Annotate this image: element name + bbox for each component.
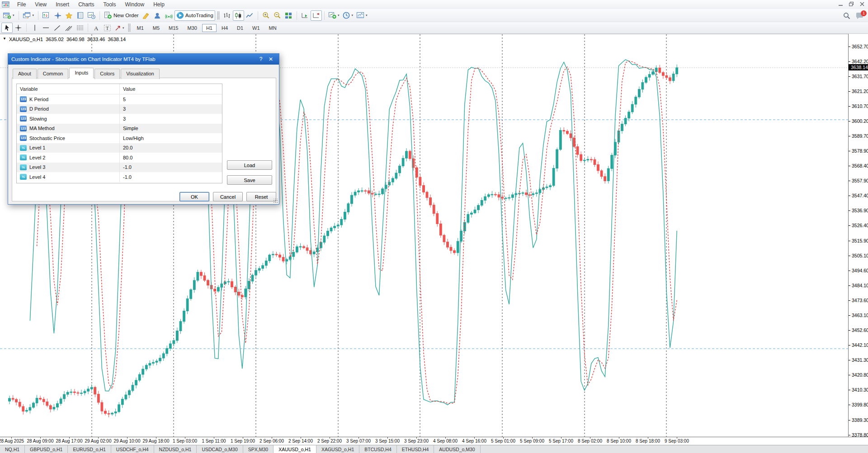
dialog-tab-about[interactable]: About [13, 69, 37, 79]
chat-icon[interactable]: 1 [856, 13, 863, 20]
periods-button[interactable]: ▾ [341, 10, 355, 21]
text-label-button[interactable]: T [102, 23, 113, 33]
input-value[interactable]: 80.0 [119, 153, 222, 163]
input-value[interactable]: 5 [119, 94, 222, 104]
menu-window[interactable]: Window [121, 0, 149, 9]
input-row-level-1[interactable]: ½Level 120.0 [17, 143, 222, 153]
chart-tab-eurusd-o-h1[interactable]: EURUSD_o,H1 [68, 445, 111, 453]
zoom-out-button[interactable] [272, 10, 283, 21]
menu-tools[interactable]: Tools [99, 0, 121, 9]
input-row-k-period[interactable]: 123K Period5 [17, 94, 222, 104]
menu-insert[interactable]: Insert [51, 0, 74, 9]
menu-view[interactable]: View [30, 0, 51, 9]
restore-button[interactable] [849, 2, 854, 8]
timeframe-m5[interactable]: M5 [149, 24, 164, 32]
price-axis[interactable]: 3638.14 3652.703642.203631.703621.203610… [848, 34, 868, 437]
dialog-tab-common[interactable]: Common [38, 69, 69, 79]
chart-tab-usdcad-o-m30[interactable]: USDCAD_o,M30 [197, 445, 243, 453]
chart-tab-nq-h1[interactable]: NQ,H1 [0, 445, 25, 453]
input-row-stochastic-price[interactable]: 123Stochastic PriceLow/High [17, 133, 222, 143]
input-row-level-2[interactable]: ½Level 280.0 [17, 153, 222, 163]
arrows-button[interactable]: ▾ [113, 23, 126, 33]
menu-charts[interactable]: Charts [74, 0, 99, 9]
load-button[interactable]: Load [227, 160, 272, 170]
input-value[interactable]: -1.0 [119, 172, 222, 182]
terminal-button[interactable] [75, 10, 86, 21]
dialog-resize-grip[interactable] [274, 199, 278, 203]
autotrading-button[interactable]: AutoTrading [175, 10, 215, 21]
timeframe-m15[interactable]: M15 [165, 24, 182, 32]
input-row-level-3[interactable]: ½Level 3-1.0 [17, 163, 222, 173]
chart-tab-ethusd-h4[interactable]: ETHUSD,H4 [397, 445, 434, 453]
menu-file[interactable]: File [13, 0, 30, 9]
dialog-tab-visualization[interactable]: Visualization [121, 69, 160, 79]
menu-help[interactable]: Help [149, 0, 169, 9]
input-value[interactable]: 3 [119, 104, 222, 114]
community-button[interactable] [152, 10, 163, 21]
chart-tab-nzdusd-o-h1[interactable]: NZDUSD_o,H1 [154, 445, 197, 453]
input-row-d-period[interactable]: 123D Period3 [17, 104, 222, 114]
fibonacci-button[interactable] [74, 23, 85, 33]
chart-tab-xagusd-o-h1[interactable]: XAGUSD_o,H1 [316, 445, 359, 453]
timeframe-m1[interactable]: M1 [133, 24, 148, 32]
close-icon[interactable] [860, 2, 864, 8]
strategy-tester-button[interactable] [86, 10, 97, 21]
ok-button[interactable]: OK [179, 192, 209, 201]
collapse-arrow-icon[interactable]: ▼ [3, 37, 6, 42]
horizontal-line-button[interactable] [40, 23, 52, 33]
input-value[interactable]: Low/High [119, 133, 222, 143]
input-value[interactable]: 20.0 [119, 143, 222, 153]
data-window-button[interactable] [52, 10, 63, 21]
input-value[interactable]: 3 [119, 114, 222, 124]
timeframe-h4[interactable]: H4 [217, 24, 232, 32]
reset-button[interactable]: Reset [246, 192, 276, 201]
dialog-tab-colors[interactable]: Colors [94, 69, 120, 79]
dialog-tab-inputs[interactable]: Inputs [69, 68, 94, 78]
equidistant-channel-button[interactable] [63, 23, 74, 33]
chart-tab-usdchf-o-h4[interactable]: USDCHF_o,H4 [111, 445, 154, 453]
crosshair-button[interactable] [13, 23, 24, 33]
navigator-button[interactable] [63, 10, 75, 21]
chart-tab-gbpusd-o-h1[interactable]: GBPUSD_o,H1 [25, 445, 68, 453]
templates-button[interactable]: ▾ [355, 10, 369, 21]
timeframe-h1[interactable]: H1 [202, 24, 217, 32]
market-watch-button[interactable] [41, 10, 52, 21]
trendline-button[interactable] [52, 23, 63, 33]
metaeditor-button[interactable] [141, 10, 152, 21]
input-row-ma-method[interactable]: 123MA MethodSimple [17, 124, 222, 134]
new-order-button[interactable]: New Order [102, 10, 141, 21]
input-value[interactable]: -1.0 [119, 163, 222, 173]
indicators-button[interactable]: ▾ [327, 10, 341, 21]
timeframe-mn[interactable]: MN [265, 24, 281, 32]
minimize-button[interactable] [839, 2, 843, 8]
auto-scroll-button[interactable] [299, 10, 311, 21]
chart-tab-audusd-o-m30[interactable]: AUDUSD_o,M30 [434, 445, 480, 453]
timeframe-m30[interactable]: M30 [183, 24, 201, 32]
text-button[interactable]: A [90, 23, 102, 33]
chart-shift-button[interactable] [311, 10, 322, 21]
chart-tab-btcusd-h4[interactable]: BTCUSD,H4 [359, 445, 397, 453]
timeframe-d1[interactable]: D1 [233, 24, 247, 32]
dialog-title-bar[interactable]: Custom Indicator - Stochastic on Chart I… [8, 54, 279, 65]
dialog-help-button[interactable]: ? [256, 56, 266, 62]
new-chart-button[interactable]: ▾ [1, 10, 16, 21]
chart-tab-xauusd-o-h1[interactable]: XAUUSD_o,H1 [274, 445, 316, 453]
search-icon[interactable] [843, 12, 850, 20]
profiles-button[interactable]: ▾ [21, 10, 36, 21]
cancel-button[interactable]: Cancel [213, 192, 243, 201]
signals-button[interactable] [163, 10, 175, 21]
line-chart-button[interactable] [244, 10, 255, 21]
save-button[interactable]: Save [227, 175, 272, 185]
input-value[interactable]: Simple [119, 124, 222, 134]
dialog-close-icon[interactable]: ✕ [266, 56, 276, 62]
bar-chart-button[interactable] [222, 10, 233, 21]
timeframe-w1[interactable]: W1 [248, 24, 264, 32]
vertical-line-button[interactable] [29, 23, 40, 33]
input-row-slowing[interactable]: 123Slowing3 [17, 114, 222, 124]
tile-windows-button[interactable] [283, 10, 294, 21]
time-axis[interactable]: 28 Aug 202528 Aug 09:0028 Aug 17:0029 Au… [0, 437, 868, 445]
cursor-button[interactable] [1, 23, 13, 33]
input-row-level-4[interactable]: ½Level 4-1.0 [17, 172, 222, 182]
chart-tab-spx-m30[interactable]: SPX,M30 [243, 445, 274, 453]
zoom-in-button[interactable] [260, 10, 272, 21]
